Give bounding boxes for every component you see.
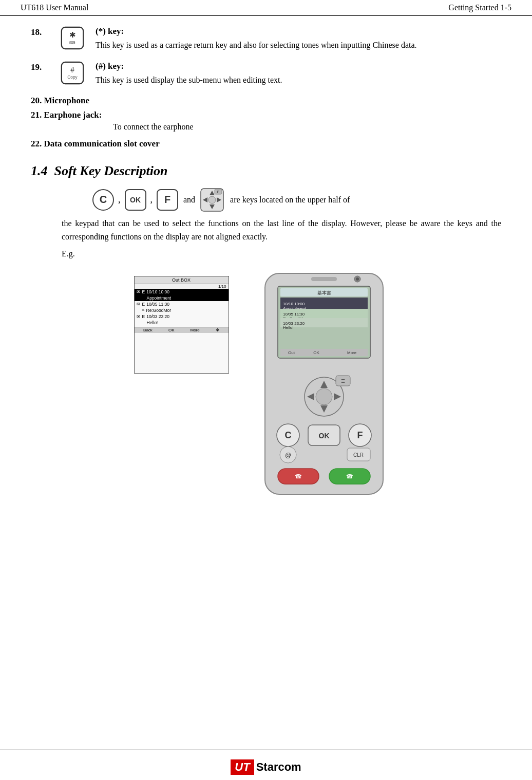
svg-point-55 [356,277,359,281]
screen-title: Out BOX [135,276,229,284]
svg-text:☎: ☎ [346,473,353,479]
svg-text:✱: ✱ [69,31,76,39]
item-18-label: (*) key: [96,26,501,36]
item-18-description: This key is used as a carriage return ke… [96,39,501,52]
svg-text:@: @ [284,452,291,459]
item-19-label: (#) key: [96,61,501,71]
section-heading: 1.4 Soft Key Description [31,163,501,179]
svg-text:OK: OK [318,432,329,440]
screen-mockup: Out BOX 1/10 ✉E 10/10 10:00 Appointment … [134,276,229,497]
item-19-description: This key is used display the sub-menu wh… [96,73,501,87]
screen-row-2: ✉E 10/05 11:30 [135,301,229,307]
svg-text:☎: ☎ [295,473,302,479]
footer-logo-ut: UT [231,759,254,775]
softkey-icons-row: C , OK , F and [92,188,501,212]
screen-row-2b: ✏Re:GoodMor [135,307,229,313]
svg-text:Hello!: Hello! [283,325,293,330]
item-18-number: 18. [31,26,56,38]
svg-text:⌨: ⌨ [69,41,75,45]
softkey-section: C , OK , F and [31,188,501,266]
svg-text:基本書: 基本書 [317,290,331,295]
screen-row-3b: Hello! [135,320,229,326]
svg-rect-53 [311,277,337,281]
svg-text:10/05 11:30: 10/05 11:30 [283,312,305,317]
svg-text:F: F [357,430,363,440]
comma-1: , [118,194,121,205]
screen-row-3: ✉E 10/03 23:20 [135,313,229,320]
item-19-content: (#) key: This key is used display the su… [96,61,501,87]
footer-logo-starcom: Starcom [256,760,301,774]
item-18: 18. ✱ ⌨ (*) key: This key is used as a c… [31,26,501,52]
item-21-description: To connect the earphone [31,120,501,134]
svg-text:C: C [284,430,291,440]
item-20-label: 20. Microphone [31,96,89,105]
svg-text:OK: OK [313,350,319,355]
ok-key-icon: OK [125,189,146,211]
item-21: 21. Earphone jack: To connect the earpho… [31,110,501,134]
item-21-label: 21. Earphone jack: [31,110,102,120]
nav-key-icon: F [200,188,224,212]
screen-counter: 1/10 [135,284,229,289]
screen-display: Out BOX 1/10 ✉E 10/10 10:00 Appointment … [134,276,229,374]
softkey-description: the keypad that can be used to select th… [62,217,501,244]
svg-text:CLR: CLR [353,452,363,458]
c-key-icon: C [92,189,114,211]
example-area: Out BOX 1/10 ✉E 10/10 10:00 Appointment … [31,271,501,497]
screen-row-1b: Appointment [135,295,229,301]
svg-point-11 [208,196,216,203]
svg-text:More: More [347,350,357,355]
svg-text:10/10 10:00: 10/10 10:00 [283,302,305,306]
footer-logo: UT Starcom [231,759,301,775]
svg-point-38 [316,388,332,405]
item-22: 22. Data communication slot cover [31,139,501,149]
page-header: UT618 User Manual Getting Started 1-5 [0,0,532,16]
item-18-icon: ✱ ⌨ [56,26,88,50]
phone-mockup: 基本書 10/10 10:00 Appointment 10/05 11:30 … [250,271,398,497]
and-text: and [183,195,195,205]
item-19-icon: # Copy [56,61,88,85]
item-19-number: 19. [31,61,56,72]
comma-2: , [150,194,153,205]
f-key-icon: F [157,189,178,211]
eg-label: E.g. [62,249,501,258]
svg-text:#: # [70,66,74,74]
header-left: UT618 User Manual [21,3,88,12]
header-right: Getting Started 1-5 [448,3,511,12]
item-22-label: 22. Data communication slot cover [31,139,160,148]
item-19: 19. # Copy (#) key: This key is used dis… [31,61,501,87]
page-footer: UT Starcom [0,750,532,780]
screen-softkeys: Back OK More ❖ [135,327,229,333]
are-text: are keys located on the upper half of [230,195,350,205]
svg-text:F: F [217,190,219,194]
screen-row-1: ✉E 10/10 10:00 [135,289,229,295]
item-18-content: (*) key: This key is used as a carriage … [96,26,501,52]
main-content: 18. ✱ ⌨ (*) key: This key is used as a c… [0,21,532,528]
svg-text:Out: Out [288,350,295,355]
item-20: 20. Microphone [31,96,501,106]
svg-text:Copy: Copy [67,75,78,80]
svg-text:☰: ☰ [341,379,345,384]
